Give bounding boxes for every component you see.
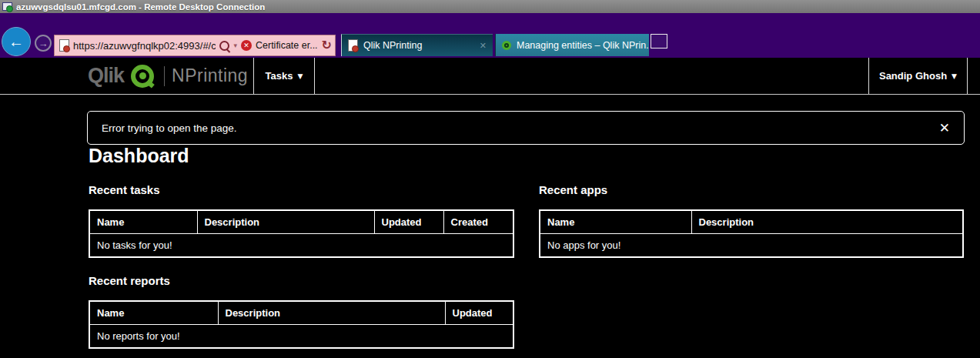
rdp-title-bar: azuwvgsdqlsu01.mfcgd.com - Remote Deskto… [0,0,980,13]
screen: azuwvgsdqlsu01.mfcgd.com - Remote Deskto… [0,0,980,358]
column-header-created: Created [443,210,513,234]
address-bar[interactable]: https://azuwvgfnqlkp02:4993/#/co ▾ ✕ Cer… [54,35,336,56]
tab-label: Qlik NPrinting [363,40,422,51]
tasks-menu[interactable]: Tasks ▼ [253,58,315,94]
tab-label: Managing entities – Qlik NPrin... [517,40,649,51]
certificate-error-button[interactable]: Certificate er... [256,40,318,51]
rdp-window-title: azuwvgsdqlsu01.mfcgd.com - Remote Deskto… [16,2,265,12]
table-header-row: Name Description Updated Created [89,210,513,234]
column-header-name: Name [89,301,218,325]
table-header-row: Name Description [540,210,963,234]
tab-qlik-nprinting[interactable]: Qlik NPrinting ✕ [341,34,493,56]
back-button[interactable]: ← [2,27,31,56]
certificate-error-icon: ✕ [241,40,252,51]
column-header-description: Description [197,210,374,234]
tab-managing-entities[interactable]: Managing entities – Qlik NPrin... [495,34,649,56]
error-message: Error trying to open the page. [102,122,237,134]
column-header-name: Name [540,210,691,234]
forward-button[interactable]: → [35,35,52,52]
tab-close-icon[interactable]: ✕ [480,41,487,51]
cert-x-glyph: ✕ [243,42,249,49]
column-header-description: Description [218,301,445,325]
qlik-nprinting-logo[interactable]: Qlik NPrinting [88,58,248,94]
table-header-row: Name Description Updated [89,301,513,325]
recent-reports-table: Name Description Updated No reports for … [89,300,514,349]
page-title: Dashboard [89,145,189,167]
tasks-menu-label: Tasks [266,70,293,82]
column-header-name: Name [89,210,197,234]
close-icon[interactable]: ✕ [939,120,950,136]
recent-apps-heading: Recent apps [539,183,607,196]
recent-apps-table: Name Description No apps for you! [539,209,964,258]
new-tab-button[interactable] [651,34,667,49]
column-header-description: Description [691,210,963,234]
qlik-favicon-icon [502,41,511,50]
url-input[interactable]: https://azuwvgfnqlkp02:4993/#/co [73,40,216,52]
qlik-q-icon [131,65,154,88]
search-dropdown-caret-icon[interactable]: ▾ [233,42,237,49]
forward-arrow-icon: → [38,38,48,49]
user-menu-label: Sandip Ghosh [879,70,947,82]
browser-chrome: ← → https://azuwvgfnqlkp02:4993/#/co ▾ ✕… [0,13,980,58]
back-arrow-icon: ← [8,33,24,51]
qlik-logo-text: Qlik [88,64,124,88]
table-row: No tasks for you! [89,234,513,258]
refresh-icon[interactable]: ↻ [322,39,332,52]
search-icon[interactable] [219,41,229,51]
page-content: Error trying to open the page. ✕ Dashboa… [0,95,980,358]
empty-state-message: No apps for you! [540,234,963,258]
app-navbar: Qlik NPrinting Tasks ▼ Sandip Ghosh ▼ [0,58,980,95]
empty-state-message: No reports for you! [89,325,513,349]
error-banner: Error trying to open the page. ✕ [87,111,965,145]
remote-desktop-icon [2,2,12,11]
tab-page-icon [348,39,358,52]
chevron-down-icon: ▼ [952,72,957,80]
nprinting-logo-text: NPrinting [172,65,248,86]
recent-tasks-table: Name Description Updated Created No task… [89,209,514,258]
table-row: No reports for you! [89,325,513,349]
table-row: No apps for you! [540,234,963,258]
recent-tasks-heading: Recent tasks [89,183,160,196]
logo-divider [164,66,165,86]
empty-state-message: No tasks for you! [89,234,513,258]
chevron-down-icon: ▼ [297,72,303,80]
column-header-updated: Updated [445,301,513,325]
recent-reports-heading: Recent reports [89,274,170,287]
site-certificate-icon [59,39,69,52]
user-menu[interactable]: Sandip Ghosh ▼ [868,58,968,94]
column-header-updated: Updated [374,210,443,234]
